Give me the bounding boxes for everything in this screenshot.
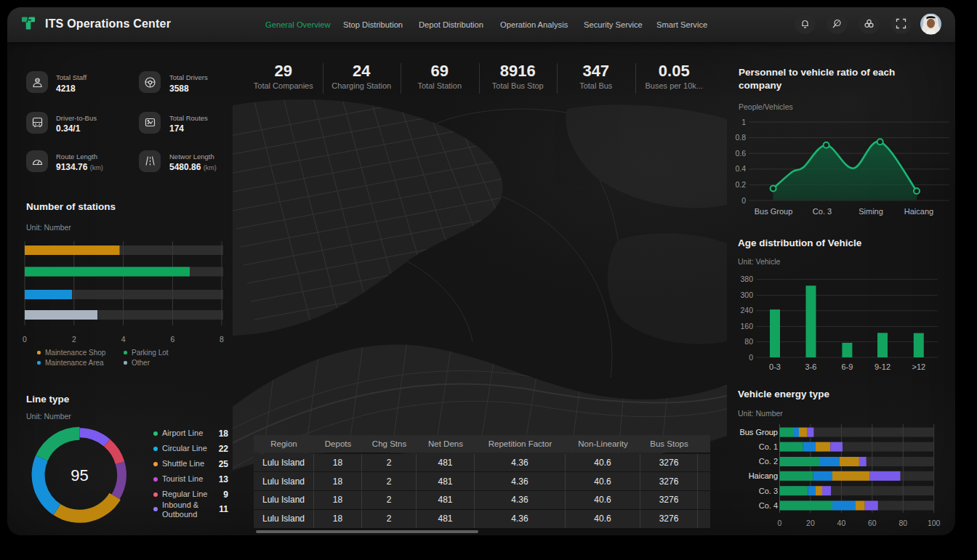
svg-text:6-9: 6-9	[841, 362, 853, 371]
svg-text:>12: >12	[912, 362, 925, 371]
svg-text:Co. 4: Co. 4	[759, 501, 778, 510]
svg-text:0.4: 0.4	[735, 164, 746, 173]
svg-text:Co. 3: Co. 3	[813, 207, 832, 216]
svg-text:Bus Group: Bus Group	[739, 428, 778, 437]
svg-text:95: 95	[71, 466, 88, 484]
svg-text:0.2: 0.2	[735, 180, 746, 189]
svg-text:80: 80	[898, 519, 907, 527]
svg-text:0: 0	[23, 335, 27, 344]
svg-text:60: 60	[868, 519, 877, 527]
svg-text:380: 380	[740, 275, 753, 283]
svg-text:40: 40	[837, 519, 846, 527]
svg-text:300: 300	[740, 291, 753, 299]
svg-text:240: 240	[740, 306, 753, 315]
svg-text:0: 0	[778, 519, 782, 527]
svg-text:0.6: 0.6	[735, 149, 746, 158]
svg-text:1: 1	[741, 118, 746, 126]
svg-text:Haicang: Haicang	[904, 207, 933, 216]
svg-text:0-3: 0-3	[769, 362, 781, 371]
svg-text:8: 8	[220, 335, 224, 344]
svg-text:Siming: Siming	[859, 207, 883, 216]
svg-text:3-6: 3-6	[805, 362, 817, 371]
svg-text:160: 160	[740, 322, 753, 330]
svg-text:100: 100	[928, 519, 941, 527]
svg-text:6: 6	[170, 335, 174, 344]
svg-text:2: 2	[72, 335, 76, 344]
svg-text:20: 20	[806, 519, 815, 527]
svg-text:0.8: 0.8	[735, 133, 746, 142]
svg-text:Co. 1: Co. 1	[759, 442, 778, 451]
svg-text:Haicang: Haicang	[749, 471, 778, 480]
svg-text:Co. 3: Co. 3	[759, 487, 778, 495]
svg-text:Co. 2: Co. 2	[759, 457, 778, 466]
svg-text:4: 4	[121, 335, 126, 344]
svg-text:80: 80	[744, 337, 753, 346]
svg-text:Bus Group: Bus Group	[755, 207, 793, 216]
svg-text:0: 0	[749, 353, 753, 362]
svg-text:0: 0	[741, 196, 746, 205]
svg-text:9-12: 9-12	[875, 362, 890, 371]
